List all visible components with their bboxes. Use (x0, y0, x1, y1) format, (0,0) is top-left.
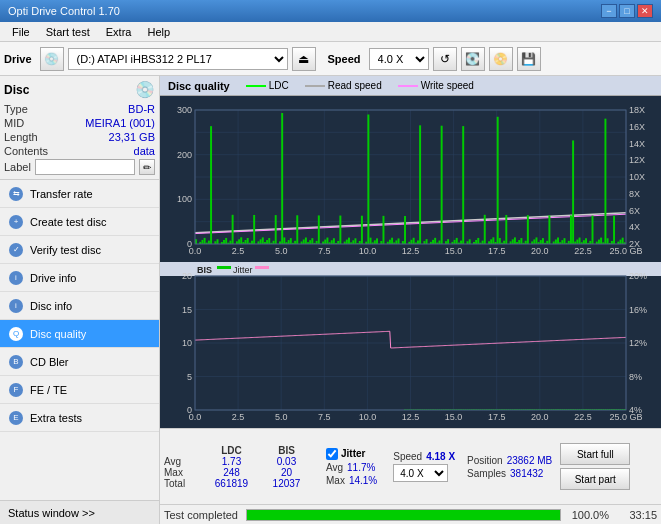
nav-fe-te-label: FE / TE (30, 384, 67, 396)
mid-label: MID (4, 117, 24, 129)
fe-te-icon: F (8, 382, 24, 398)
type-label: Type (4, 103, 28, 115)
jitter-max-val: 14.1% (349, 475, 377, 486)
nav-create-test-disc-label: Create test disc (30, 216, 106, 228)
jitter-checkbox[interactable] (326, 448, 338, 460)
disc-info-icon: i (8, 298, 24, 314)
max-bis: 20 (259, 467, 314, 478)
disc-section: Disc 💿 Type BD-R MID MEIRA1 (001) Length… (0, 76, 159, 180)
create-test-disc-icon: + (8, 214, 24, 230)
nav-disc-info[interactable]: i Disc info (0, 292, 159, 320)
legend-ldc-label: LDC (269, 80, 289, 91)
speed-stat-select[interactable]: 4.0 X Max 2.0 X (393, 464, 448, 482)
jitter-avg-label: Avg (326, 462, 343, 473)
samples-label: Samples (467, 468, 506, 479)
speed-stat-val: 4.18 X (426, 451, 455, 462)
type-value: BD-R (128, 103, 155, 115)
start-full-button[interactable]: Start full (560, 443, 630, 465)
nav-drive-info[interactable]: i Drive info (0, 264, 159, 292)
menu-file[interactable]: File (4, 24, 38, 40)
eject-button[interactable]: ⏏ (292, 47, 316, 71)
lower-chart (160, 262, 661, 428)
menu-help[interactable]: Help (139, 24, 178, 40)
jitter-max-label: Max (326, 475, 345, 486)
nav-transfer-rate-label: Transfer rate (30, 188, 93, 200)
contents-label: Contents (4, 145, 48, 157)
nav-verify-test-disc[interactable]: ✓ Verify test disc (0, 236, 159, 264)
stats-empty-header (164, 445, 204, 456)
ldc-header: LDC (204, 445, 259, 456)
drive-select[interactable]: (D:) ATAPI iHBS312 2 PL17 (68, 48, 288, 70)
position-label: Position (467, 455, 503, 466)
nav-transfer-rate[interactable]: ⇆ Transfer rate (0, 180, 159, 208)
maximize-button[interactable]: □ (619, 4, 635, 18)
nav-disc-info-label: Disc info (30, 300, 72, 312)
length-label: Length (4, 131, 38, 143)
speed-stat-label: Speed (393, 451, 422, 462)
avg-ldc: 1.73 (204, 456, 259, 467)
max-ldc: 248 (204, 467, 259, 478)
close-button[interactable]: ✕ (637, 4, 653, 18)
drive-icon-button[interactable]: 💿 (40, 47, 64, 71)
disc-icon[interactable]: 💿 (135, 80, 155, 99)
start-part-button[interactable]: Start part (560, 468, 630, 490)
legend-read-speed: Read speed (305, 80, 382, 91)
nav-verify-test-disc-label: Verify test disc (30, 244, 101, 256)
legend-ldc: LDC (246, 80, 289, 91)
samples-val: 381432 (510, 468, 543, 479)
label-label: Label (4, 161, 31, 173)
speed-label: Speed (328, 53, 361, 65)
mid-value: MEIRA1 (001) (85, 117, 155, 129)
avg-bis: 0.03 (259, 456, 314, 467)
left-panel: Disc 💿 Type BD-R MID MEIRA1 (001) Length… (0, 76, 160, 524)
verify-test-disc-icon: ✓ (8, 242, 24, 258)
main-layout: Disc 💿 Type BD-R MID MEIRA1 (001) Length… (0, 76, 661, 524)
jitter-label: Jitter (341, 448, 365, 459)
legend-read-speed-color (305, 85, 325, 87)
cd-bler-icon: B (8, 354, 24, 370)
progress-percent: 100.0% (569, 509, 609, 521)
total-label: Total (164, 478, 204, 489)
label-edit-button[interactable]: ✏ (139, 159, 155, 175)
nav-disc-quality-label: Disc quality (30, 328, 86, 340)
menu-start-test[interactable]: Start test (38, 24, 98, 40)
label-input[interactable] (35, 159, 135, 175)
transfer-rate-icon: ⇆ (8, 186, 24, 202)
toolbar: Drive 💿 (D:) ATAPI iHBS312 2 PL17 ⏏ Spee… (0, 42, 661, 76)
chart-header: Disc quality LDC Read speed Write speed (160, 76, 661, 96)
menu-extra[interactable]: Extra (98, 24, 140, 40)
action-buttons: Start full Start part (556, 429, 634, 504)
disc-btn-1[interactable]: 💽 (461, 47, 485, 71)
window-controls: − □ ✕ (601, 4, 653, 18)
nav-cd-bler-label: CD Bler (30, 356, 69, 368)
save-button[interactable]: 💾 (517, 47, 541, 71)
chart-title: Disc quality (168, 80, 230, 92)
total-ldc: 661819 (204, 478, 259, 489)
position-val: 23862 MB (507, 455, 553, 466)
nav-extra-tests[interactable]: E Extra tests (0, 404, 159, 432)
nav-disc-quality[interactable]: Q Disc quality (0, 320, 159, 348)
app-title: Opti Drive Control 1.70 (8, 5, 120, 17)
legend-write-speed: Write speed (398, 80, 474, 91)
nav-extra-tests-label: Extra tests (30, 412, 82, 424)
speed-select[interactable]: 4.0 X Max 2.0 X 1.0 X (369, 48, 429, 70)
status-text: Test completed (164, 509, 238, 521)
nav-fe-te[interactable]: F FE / TE (0, 376, 159, 404)
drive-label: Drive (4, 53, 32, 65)
avg-label: Avg (164, 456, 204, 467)
nav-cd-bler[interactable]: B CD Bler (0, 348, 159, 376)
status-window-button[interactable]: Status window >> (0, 500, 159, 524)
refresh-button[interactable]: ↺ (433, 47, 457, 71)
bis-header: BIS (259, 445, 314, 456)
minimize-button[interactable]: − (601, 4, 617, 18)
jitter-avg-val: 11.7% (347, 462, 375, 473)
nav-create-test-disc[interactable]: + Create test disc (0, 208, 159, 236)
disc-btn-2[interactable]: 📀 (489, 47, 513, 71)
progress-bar-fill (247, 510, 560, 520)
right-panel: Disc quality LDC Read speed Write speed (160, 76, 661, 524)
charts-container (160, 96, 661, 428)
legend-write-speed-color (398, 85, 418, 87)
nav-drive-info-label: Drive info (30, 272, 76, 284)
max-label: Max (164, 467, 204, 478)
menu-bar: File Start test Extra Help (0, 22, 661, 42)
